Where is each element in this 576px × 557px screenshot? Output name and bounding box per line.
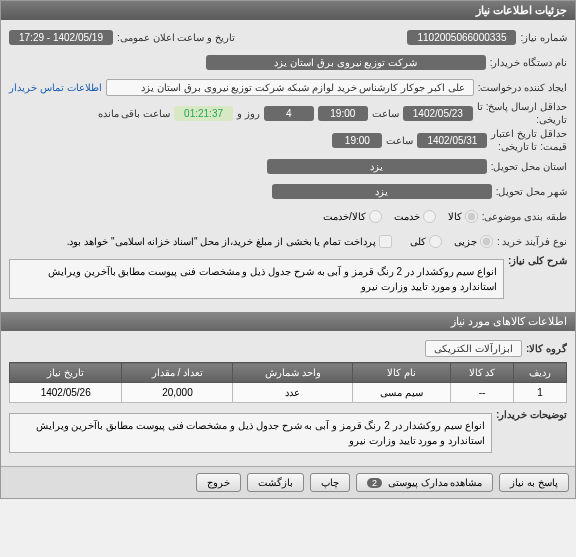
cell-date: 1402/05/26 <box>10 383 122 403</box>
attachments-label: مشاهده مدارک پیوستی <box>388 477 483 488</box>
back-button[interactable]: بازگشت <box>247 473 304 492</box>
requester-label: ایجاد کننده درخواست: <box>478 82 567 93</box>
form-body: شماره نیاز: 1102005066000335 تاریخ و ساع… <box>1 20 575 312</box>
table-header-row: ردیف کد کالا نام کالا واحد شمارش تعداد /… <box>10 363 567 383</box>
table-row[interactable]: 1 -- سیم مسی عدد 20,000 1402/05/26 <box>10 383 567 403</box>
items-table: ردیف کد کالا نام کالا واحد شمارش تعداد /… <box>9 362 567 403</box>
contact-link[interactable]: اطلاعات تماس خریدار <box>9 82 102 93</box>
buyer-notes-box: انواع سیم روکشدار در 2 رنگ قرمز و آبی به… <box>9 413 492 453</box>
radio-service-input[interactable] <box>423 210 436 223</box>
group-label: گروه کالا: <box>526 343 567 354</box>
radio-full-label: کلی <box>410 236 426 247</box>
delivery-city: یزد <box>267 159 487 174</box>
need-number-value: 1102005066000335 <box>407 30 516 45</box>
deadline-label-1: حداقل ارسال پاسخ: تا <box>477 101 567 112</box>
public-datetime-value: 1402/05/19 - 17:29 <box>9 30 113 45</box>
buyer-notes-label: توضیحات خریدار: <box>496 409 567 420</box>
process-label: نوع فرآیند خرید : <box>497 236 567 247</box>
category-radio-group: کالا خدمت کالا/خدمت <box>323 210 478 223</box>
radio-full-input[interactable] <box>429 235 442 248</box>
remain-label: ساعت باقی مانده <box>98 108 171 119</box>
price-date: 1402/05/31 <box>417 133 487 148</box>
buyer-org-label: نام دستگاه خریدار: <box>490 57 567 68</box>
radio-partial-label: جزیی <box>454 236 477 247</box>
public-datetime-label: تاریخ و ساعت اعلان عمومی: <box>117 32 235 43</box>
th-name[interactable]: نام کالا <box>353 363 451 383</box>
items-body: گروه کالا: ابزارآلات الکتریکی ردیف کد کا… <box>1 331 575 466</box>
day-value: 4 <box>264 106 314 121</box>
group-value: ابزارآلات الکتریکی <box>425 340 522 357</box>
requester-value: علی اکبر جوکار کارشناس خرید لوازم شبکه ش… <box>106 79 474 96</box>
radio-goods-input[interactable] <box>465 210 478 223</box>
th-unit[interactable]: واحد شمارش <box>233 363 353 383</box>
print-button[interactable]: چاپ <box>310 473 350 492</box>
exit-button[interactable]: خروج <box>196 473 241 492</box>
deadline-time: 19:00 <box>318 106 368 121</box>
radio-partial-input[interactable] <box>480 235 493 248</box>
attachments-count: 2 <box>367 478 382 488</box>
radio-goods-label: کالا <box>448 211 462 222</box>
attachments-button[interactable]: مشاهده مدارک پیوستی 2 <box>356 473 493 492</box>
price-time-label: ساعت <box>386 135 413 146</box>
radio-both-label: کالا/خدمت <box>323 211 366 222</box>
price-deadline-label-2: قیمت: تا تاریخی: <box>498 141 567 152</box>
radio-both[interactable]: کالا/خدمت <box>323 210 382 223</box>
process-radio-group: جزیی کلی <box>410 235 493 248</box>
details-panel: جزئیات اطلاعات نیاز شماره نیاز: 11020050… <box>0 0 576 499</box>
th-qty[interactable]: تعداد / مقدار <box>122 363 233 383</box>
button-bar: پاسخ به نیاز مشاهده مدارک پیوستی 2 چاپ ب… <box>1 466 575 498</box>
category-label: طبقه بندی موضوعی: <box>482 211 567 222</box>
radio-both-input[interactable] <box>369 210 382 223</box>
cell-unit: عدد <box>233 383 353 403</box>
remain-time: 01:21:37 <box>174 106 233 121</box>
cell-code: -- <box>451 383 514 403</box>
radio-service-label: خدمت <box>394 211 420 222</box>
delivery-town-label: شهر محل تحویل: <box>496 186 567 197</box>
need-number-label: شماره نیاز: <box>520 32 567 43</box>
th-date[interactable]: تاریخ نیاز <box>10 363 122 383</box>
payment-check-input[interactable] <box>379 235 392 248</box>
cell-qty: 20,000 <box>122 383 233 403</box>
radio-service[interactable]: خدمت <box>394 210 436 223</box>
desc-box: انواع سیم روکشدار در 2 رنگ قرمز و آبی به… <box>9 259 504 299</box>
delivery-town: یزد <box>272 184 492 199</box>
cell-row: 1 <box>513 383 566 403</box>
price-time: 19:00 <box>332 133 382 148</box>
payment-check[interactable]: پرداخت تمام یا بخشی از مبلغ خرید،از محل … <box>67 235 392 248</box>
desc-label: شرح کلی نیاز: <box>508 255 567 266</box>
items-section-header: اطلاعات کالاهای مورد نیاز <box>1 312 575 331</box>
reply-button[interactable]: پاسخ به نیاز <box>499 473 569 492</box>
buyer-org-value: شرکت توزیع نیروی برق استان یزد <box>206 55 486 70</box>
radio-goods[interactable]: کالا <box>448 210 478 223</box>
th-code[interactable]: کد کالا <box>451 363 514 383</box>
day-label: روز و <box>237 108 260 119</box>
deadline-time-label: ساعت <box>372 108 399 119</box>
radio-partial[interactable]: جزیی <box>454 235 493 248</box>
radio-full[interactable]: کلی <box>410 235 442 248</box>
cell-name: سیم مسی <box>353 383 451 403</box>
delivery-city-label: استان محل تحویل: <box>491 161 567 172</box>
deadline-date: 1402/05/23 <box>403 106 473 121</box>
payment-note: پرداخت تمام یا بخشی از مبلغ خرید،از محل … <box>67 236 376 247</box>
price-deadline-label-1: حداقل تاریخ اعتبار <box>491 128 567 139</box>
th-row[interactable]: ردیف <box>513 363 566 383</box>
deadline-label-2: تاریخی: <box>536 114 567 125</box>
panel-title: جزئیات اطلاعات نیاز <box>1 1 575 20</box>
